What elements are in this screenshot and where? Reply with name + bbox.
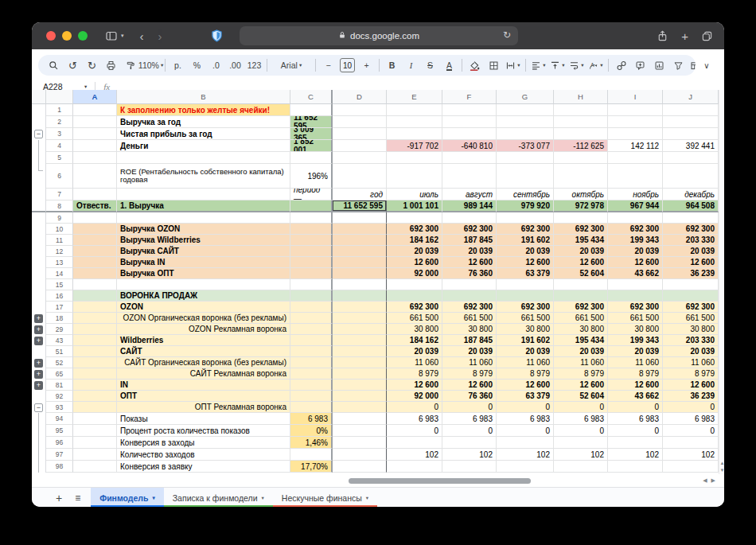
- cell-I12[interactable]: 20 039: [608, 246, 663, 257]
- font-size-button[interactable]: 10: [338, 57, 357, 73]
- cell-C94[interactable]: 6 983: [290, 413, 333, 425]
- cell-G5[interactable]: [497, 152, 554, 164]
- cell-F11[interactable]: 187 845: [442, 235, 497, 246]
- cell-F94[interactable]: 6 983: [442, 413, 497, 425]
- vertical-align-icon[interactable]: ▾: [548, 57, 567, 73]
- cell-H65[interactable]: 8 979: [554, 368, 608, 380]
- cell-D10[interactable]: [333, 224, 387, 235]
- cell-B9[interactable]: [117, 212, 290, 224]
- row-header-3[interactable]: 3: [46, 128, 73, 140]
- cell-C15[interactable]: [290, 279, 333, 290]
- cell-J15[interactable]: [663, 279, 719, 290]
- row-header-9[interactable]: 9: [46, 212, 73, 224]
- cell-G16[interactable]: [497, 290, 554, 302]
- cell-A94[interactable]: [73, 413, 117, 425]
- sheet-tab-2[interactable]: Нескучные финансы▾: [273, 488, 377, 507]
- cell-H8[interactable]: 972 978: [554, 200, 608, 212]
- row-header-7[interactable]: 7: [46, 189, 73, 200]
- cell-E15[interactable]: [387, 279, 442, 290]
- cell-A2[interactable]: [73, 116, 117, 128]
- text-color-button[interactable]: A: [440, 57, 458, 73]
- format-number-button[interactable]: 123: [245, 57, 263, 73]
- cell-J81[interactable]: 12 600: [663, 380, 719, 391]
- cell-B93[interactable]: ОПТ Рекламная воронка: [117, 402, 290, 413]
- cell-F1[interactable]: [442, 104, 497, 116]
- row-header-17[interactable]: 17: [46, 302, 73, 313]
- cell-C51[interactable]: [290, 346, 333, 357]
- cell-F14[interactable]: 76 360: [442, 268, 497, 279]
- cell-D18[interactable]: [333, 313, 387, 324]
- cell-J29[interactable]: 30 800: [663, 324, 719, 335]
- cell-F81[interactable]: 12 600: [442, 380, 497, 391]
- cell-H43[interactable]: 195 434: [554, 335, 608, 346]
- cell-I29[interactable]: 30 800: [608, 324, 663, 335]
- cell-I2[interactable]: [608, 116, 663, 128]
- row-header-97[interactable]: 97: [46, 449, 73, 461]
- cell-G65[interactable]: 8 979: [497, 368, 554, 380]
- cell-J92[interactable]: 36 239: [663, 391, 719, 402]
- cell-E3[interactable]: [387, 128, 442, 140]
- cell-G4[interactable]: -373 077: [497, 140, 554, 152]
- cell-A8[interactable]: Отвеств.: [73, 200, 117, 212]
- cell-B2[interactable]: Выручка за год: [117, 116, 290, 128]
- text-rotate-icon[interactable]: A▾: [586, 57, 605, 73]
- cell-H15[interactable]: [554, 279, 608, 290]
- cell-D14[interactable]: [333, 268, 387, 279]
- cell-A16[interactable]: [73, 290, 117, 302]
- column-header-I[interactable]: I: [608, 90, 663, 104]
- cell-E94[interactable]: 6 983: [387, 413, 442, 425]
- cell-I52[interactable]: 11 060: [608, 357, 663, 368]
- cell-E4[interactable]: -917 702: [387, 140, 442, 152]
- cell-A98[interactable]: [73, 461, 117, 473]
- cell-J6[interactable]: [663, 164, 719, 189]
- cell-A93[interactable]: [73, 402, 117, 413]
- cell-G8[interactable]: 979 920: [497, 200, 554, 212]
- cell-J2[interactable]: [663, 116, 719, 128]
- cell-G12[interactable]: 20 039: [497, 246, 554, 257]
- cell-J8[interactable]: 964 508: [663, 200, 719, 212]
- horizontal-align-icon[interactable]: ▾: [529, 57, 548, 73]
- cell-I3[interactable]: [608, 128, 663, 140]
- cell-B10[interactable]: Выручка OZON: [117, 224, 290, 235]
- cell-J97[interactable]: 102: [663, 449, 719, 461]
- cell-A11[interactable]: [73, 235, 117, 246]
- cell-D3[interactable]: [333, 128, 387, 140]
- text-wrap-icon[interactable]: ▾: [567, 57, 586, 73]
- cell-J11[interactable]: 203 330: [663, 235, 719, 246]
- cell-E81[interactable]: 12 600: [387, 380, 442, 391]
- cell-I43[interactable]: 199 343: [608, 335, 663, 346]
- cell-G11[interactable]: 191 602: [497, 235, 554, 246]
- shield-icon[interactable]: [210, 28, 224, 44]
- cell-D2[interactable]: [333, 116, 387, 128]
- row-header-6[interactable]: 6: [46, 164, 73, 189]
- cell-J52[interactable]: 11 060: [663, 357, 719, 368]
- cell-G6[interactable]: [497, 164, 554, 189]
- cell-H6[interactable]: [554, 164, 608, 189]
- cell-I6[interactable]: [608, 164, 663, 189]
- cell-B6[interactable]: ROE (Рентабельность собственного капитал…: [117, 164, 290, 189]
- name-box-caret-icon[interactable]: ▾: [84, 84, 87, 90]
- cell-A4[interactable]: [73, 140, 117, 152]
- cell-H13[interactable]: 12 600: [554, 257, 608, 268]
- cell-G51[interactable]: 20 039: [497, 346, 554, 357]
- cell-E5[interactable]: [387, 152, 442, 164]
- cell-B14[interactable]: Выручка ОПТ: [117, 268, 290, 279]
- cell-J7[interactable]: декабрь: [663, 189, 719, 200]
- italic-button[interactable]: I: [402, 57, 420, 73]
- cell-H95[interactable]: 0: [554, 425, 608, 437]
- font-select-button[interactable]: Arial▾: [271, 57, 312, 73]
- cell-H98[interactable]: [554, 461, 608, 473]
- row-header-2[interactable]: 2: [46, 116, 73, 128]
- cell-E97[interactable]: 102: [387, 449, 442, 461]
- column-header-C[interactable]: C: [290, 90, 333, 104]
- cell-G93[interactable]: 0: [497, 402, 554, 413]
- cell-B94[interactable]: Показы: [117, 413, 290, 425]
- cell-F18[interactable]: 661 500: [442, 313, 497, 324]
- cell-E9[interactable]: [387, 212, 442, 224]
- cell-I18[interactable]: 661 500: [608, 313, 663, 324]
- row-header-92[interactable]: 92: [46, 391, 73, 402]
- cell-E98[interactable]: [387, 461, 442, 473]
- cell-F17[interactable]: 692 300: [442, 302, 497, 313]
- cell-J94[interactable]: 6 983: [663, 413, 719, 425]
- cell-D81[interactable]: [333, 380, 387, 391]
